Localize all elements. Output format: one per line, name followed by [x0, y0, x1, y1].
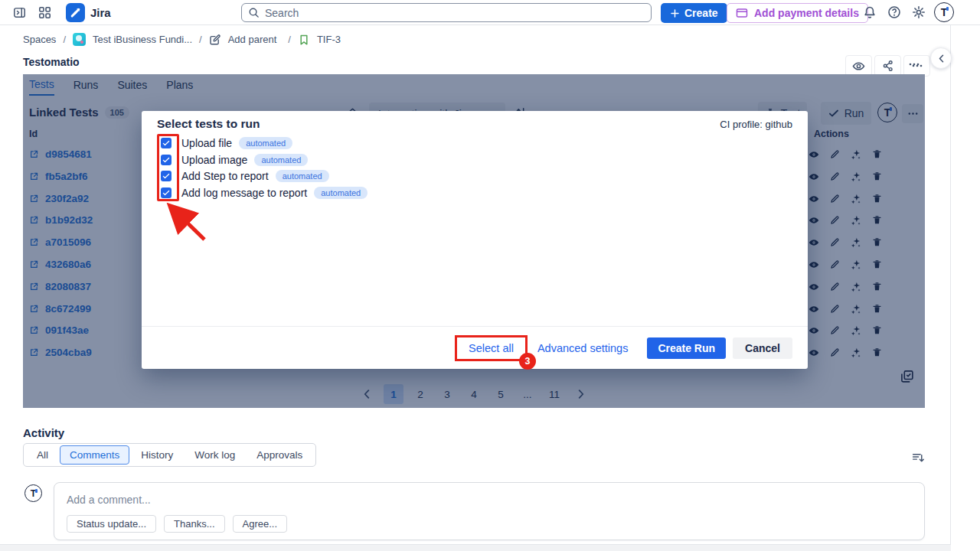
space-avatar-icon [73, 33, 86, 46]
settings-gear-icon[interactable] [912, 5, 926, 19]
collapse-panel-button[interactable] [930, 47, 952, 69]
app-title: Jira [90, 6, 111, 19]
breadcrumb-separator: / [63, 34, 66, 45]
testomatio-panel-title: Testomatio [23, 56, 80, 68]
breadcrumb: Spaces / Test iBusiness Fundi... / Add p… [23, 25, 341, 54]
checkbox-checked[interactable] [161, 155, 172, 165]
search-icon [248, 7, 260, 18]
modal-footer: Select all 3 Advanced settings Create Ru… [142, 326, 808, 369]
comment-placeholder[interactable]: Add a comment... [67, 494, 151, 506]
bookmark-icon [298, 34, 310, 46]
quick-reply-agree[interactable]: Agree... [233, 515, 288, 533]
tab-all[interactable]: All [27, 445, 58, 465]
notifications-bell-icon[interactable] [863, 5, 877, 19]
credit-card-icon [736, 7, 748, 19]
test-label: Add Step to report [181, 170, 269, 182]
tab-work-log[interactable]: Work log [185, 445, 245, 465]
plus-icon [670, 8, 680, 18]
modal-test-list: Upload file automated Upload image autom… [157, 135, 368, 201]
create-button[interactable]: Create [661, 3, 727, 23]
create-button-label: Create [684, 7, 718, 19]
global-search[interactable] [241, 3, 652, 22]
modal-title: Select tests to run [157, 117, 260, 131]
breadcrumb-row: Spaces / Test iBusiness Fundi... / Add p… [0, 25, 951, 54]
breadcrumb-separator: / [199, 34, 202, 45]
list-item: Upload image automated [157, 152, 368, 168]
advanced-settings-link[interactable]: Advanced settings [537, 342, 629, 354]
page-bottom-edge [0, 544, 951, 551]
automated-badge: automated [254, 154, 308, 166]
annotation-step-badge: 3 [519, 353, 536, 370]
quick-replies: Status update... Thanks... Agree... [67, 515, 287, 533]
jira-logo-icon[interactable] [66, 3, 85, 22]
activity-tabs: All Comments History Work log Approvals [23, 443, 316, 467]
breadcrumb-spaces[interactable]: Spaces [23, 34, 56, 45]
checkbox-checked[interactable] [161, 187, 172, 198]
quick-reply-status-update[interactable]: Status update... [67, 515, 156, 533]
cancel-button[interactable]: Cancel [733, 337, 792, 359]
user-avatar[interactable]: T [934, 2, 954, 22]
quick-reply-thanks[interactable]: Thanks... [164, 515, 224, 533]
checkbox-checked[interactable] [161, 171, 172, 181]
watch-eye-button[interactable] [845, 55, 872, 77]
automated-badge: automated [314, 187, 368, 199]
testomatio-panel-more-icon[interactable] [908, 58, 920, 70]
add-payment-details-button[interactable]: Add payment details [727, 3, 868, 23]
select-all-link[interactable]: Select all [469, 342, 514, 354]
ci-profile-label: CI profile: github [720, 119, 792, 130]
tab-approvals[interactable]: Approvals [247, 445, 312, 465]
test-label: Upload file [181, 137, 232, 149]
help-icon[interactable] [887, 5, 901, 19]
tab-comments[interactable]: Comments [60, 445, 129, 465]
breadcrumb-issue-key[interactable]: TIF-3 [317, 34, 341, 45]
annotation-highlight-select-all: Select all 3 [455, 335, 528, 361]
sidebar-toggle-icon[interactable] [13, 6, 26, 19]
search-input[interactable] [265, 7, 645, 19]
share-button[interactable] [874, 55, 901, 77]
activity-title: Activity [23, 426, 64, 439]
activity-sort-icon[interactable] [911, 451, 925, 465]
top-navigation-bar: Jira Create Add payment details T [0, 0, 980, 25]
create-run-button[interactable]: Create Run [647, 337, 726, 359]
right-panel-divider [950, 25, 951, 551]
comment-user-avatar: T [24, 484, 42, 502]
avatar-letter: T [941, 6, 948, 18]
tab-history[interactable]: History [131, 445, 183, 465]
list-item: Upload file automated [157, 135, 368, 152]
list-item: Add log message to report automated [157, 184, 368, 201]
breadcrumb-add-parent[interactable]: Add parent [228, 34, 277, 45]
comment-box[interactable]: Add a comment... Status update... Thanks… [54, 482, 925, 540]
test-label: Add log message to report [181, 187, 307, 199]
breadcrumb-separator: / [288, 34, 291, 45]
payment-button-label: Add payment details [754, 7, 859, 19]
edit-icon [209, 34, 221, 46]
breadcrumb-space-name[interactable]: Test iBusiness Fundi... [93, 34, 192, 45]
app-switcher-icon[interactable] [38, 6, 51, 19]
automated-badge: automated [239, 137, 292, 149]
annotation-arrow [157, 197, 220, 246]
test-label: Upload image [181, 154, 247, 166]
automated-badge: automated [276, 170, 329, 182]
checkbox-checked[interactable] [161, 138, 172, 148]
list-item: Add Step to report automated [157, 168, 368, 185]
select-tests-modal: Select tests to run CI profile: github U… [142, 111, 808, 369]
jira-page: Jira Create Add payment details T Spaces… [0, 0, 980, 551]
avatar-letter: T [31, 488, 36, 499]
